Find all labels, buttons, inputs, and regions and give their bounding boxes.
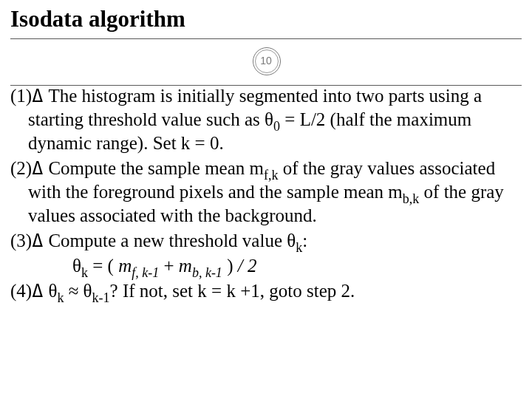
formula-line: θk = ( mf, k-1 + mb, k-1 ) / 2 [10, 254, 522, 278]
page-number-badge: 10 [250, 45, 282, 76]
list-item: ߡ(2) Compute the sample mean mf,k of the… [10, 157, 522, 228]
bullet-icon: ߡ [32, 86, 44, 106]
bullet-icon: ߡ [32, 231, 44, 250]
bullet-icon: ߡ [32, 158, 44, 178]
body-text: ߡ(1) The histogram is initially segmente… [10, 84, 522, 304]
list-item: ߡ(3) Compute a new threshold value θk: [10, 229, 522, 253]
list-item: ߡ(4) θk ≈ θk-1? If not, set k = k +1, go… [10, 279, 522, 303]
page-number: 10 [260, 55, 272, 66]
slide-title: Isodata algorithm [10, 6, 522, 35]
bullet-icon: ߡ [32, 281, 44, 301]
list-item: ߡ(1) The histogram is initially segmente… [10, 84, 522, 155]
slide: Isodata algorithm 10 ߡ(1) The histogram … [0, 0, 532, 399]
divider-top [10, 38, 522, 39]
